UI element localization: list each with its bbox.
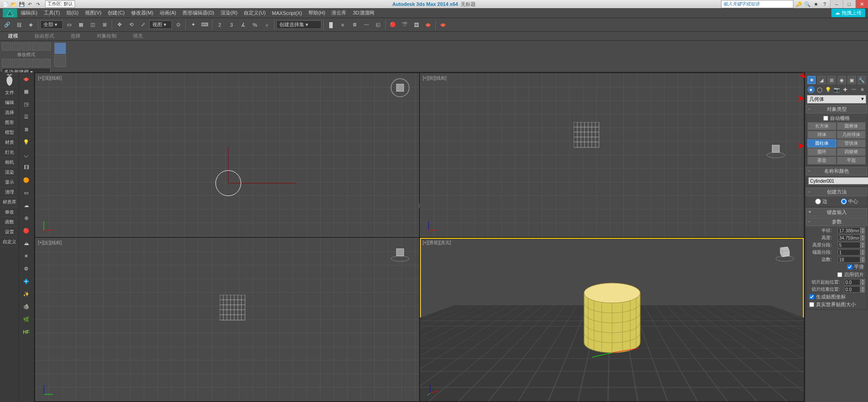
rb2-icon[interactable] xyxy=(12,59,21,67)
pivot-icon[interactable]: ⊙ xyxy=(173,19,184,30)
keys-icon[interactable]: 🔑 xyxy=(795,1,802,7)
menu-group[interactable]: 组(G) xyxy=(64,9,81,17)
slice-on-checkbox[interactable] xyxy=(837,272,842,277)
sides-spin-down[interactable]: ▾ xyxy=(860,260,865,263)
modify-tab-icon[interactable]: ◢ xyxy=(817,76,826,84)
tab-freeform[interactable]: 自由形式 xyxy=(31,32,58,40)
curve-editor-icon[interactable]: 〰 xyxy=(361,19,372,30)
geometry-type-dropdown[interactable]: 几何体▾ xyxy=(807,95,866,104)
keyboard-icon[interactable]: ⌨ xyxy=(199,19,210,30)
rotate-icon[interactable]: ⟲ xyxy=(126,19,137,30)
sun-icon[interactable]: ☀ xyxy=(20,251,33,261)
center-radio[interactable] xyxy=(841,199,847,204)
upload-button[interactable]: ☁ 拖拽上传 xyxy=(831,9,865,17)
center-radio-label[interactable]: 中心 xyxy=(841,198,858,205)
rollout-header-method[interactable]: -创建方法 xyxy=(806,188,867,196)
viewcube-front[interactable] xyxy=(766,139,786,159)
geosphere-button[interactable]: 几何球体 xyxy=(837,131,866,139)
teapot-icon[interactable]: 🫖 xyxy=(438,19,448,30)
ref-coord-dropdown[interactable]: 视图 ▾ xyxy=(149,20,172,29)
align-icon[interactable]: ≡ xyxy=(337,19,348,30)
render-frame-icon[interactable]: 🖼 xyxy=(411,19,422,30)
schematic-icon[interactable]: ◱ xyxy=(373,19,383,30)
group-orange-icon[interactable]: 🟠 xyxy=(20,175,33,185)
tab-modeling[interactable]: 建模 xyxy=(5,32,22,40)
percent-snap-icon[interactable]: % xyxy=(250,19,260,30)
border-sel-icon[interactable] xyxy=(22,43,31,51)
menu-custom[interactable]: 自定义(U) xyxy=(241,9,268,17)
cylinder-object[interactable] xyxy=(578,280,646,358)
tab-populate[interactable]: 填充 xyxy=(129,32,146,40)
sidebar-custom[interactable]: 自定义 xyxy=(0,237,19,247)
move-icon[interactable]: ✥ xyxy=(114,19,125,30)
bulb-icon[interactable]: 💡 xyxy=(20,137,33,147)
render-setup-icon[interactable]: 🎬 xyxy=(399,19,410,30)
sides-input[interactable] xyxy=(838,256,860,263)
create-tab-icon[interactable]: ✹ xyxy=(807,76,816,84)
torus-button[interactable]: 圆环 xyxy=(807,148,836,156)
link-icon[interactable]: 🔗 xyxy=(2,19,13,30)
menu-tools[interactable]: 工具(T) xyxy=(41,9,63,17)
help-search-input[interactable]: 输入关键字或短语 xyxy=(721,0,793,8)
heightsegs-input[interactable] xyxy=(838,242,860,248)
sidebar-display[interactable]: 显示 xyxy=(0,177,19,187)
rb3-icon[interactable] xyxy=(22,59,31,67)
height-spin-down[interactable]: ▾ xyxy=(860,238,865,241)
viewport-top-label[interactable]: [+][顶][线框] xyxy=(38,75,62,81)
hf-icon[interactable]: HF xyxy=(20,326,33,337)
select-name-icon[interactable]: ▦ xyxy=(75,19,86,30)
grid-icon[interactable]: ▦ xyxy=(20,86,33,97)
utilities-tab-icon[interactable]: 🔧 xyxy=(858,76,866,84)
viewport-front-label[interactable]: [+][前][线框] xyxy=(423,75,447,81)
menu-graph[interactable]: 图形编辑器(D) xyxy=(180,9,217,17)
capsegs-spin-down[interactable]: ▾ xyxy=(860,252,865,255)
sidebar-model[interactable]: 模型 xyxy=(0,128,19,137)
object-name-input[interactable] xyxy=(808,177,868,184)
render-icon[interactable]: 🫖 xyxy=(423,19,434,30)
menu-view[interactable]: 视图(V) xyxy=(82,9,104,17)
menu-modifiers[interactable]: 修改器(M) xyxy=(128,9,156,17)
scale-icon[interactable]: ⤢ xyxy=(137,19,148,30)
edge-sel-icon[interactable] xyxy=(12,43,21,51)
viewport-front[interactable]: [+][前][线框] xyxy=(420,73,804,237)
menu-render[interactable]: 渲染(R) xyxy=(218,9,240,17)
rollout-header-objtype[interactable]: -对象类型 xyxy=(806,105,867,114)
tab-objpaint[interactable]: 对象绘制 xyxy=(93,32,120,40)
bind-icon[interactable]: ◈ xyxy=(25,19,36,30)
rollout-header-params[interactable]: -参数 xyxy=(806,218,867,226)
menu-maxscript[interactable]: MAXScript(X) xyxy=(269,9,305,17)
help-icon[interactable]: ? xyxy=(821,1,828,7)
spacewarps-cat-icon[interactable]: 〰 xyxy=(850,86,858,93)
sidebar-camera[interactable]: 相机 xyxy=(0,157,19,167)
new-icon[interactable]: 📄 xyxy=(2,0,9,8)
geometry-cat-icon[interactable]: ● xyxy=(807,86,815,93)
viewport-left[interactable]: [+][左][线框] xyxy=(35,238,419,402)
mirror-icon[interactable]: ▐▌ xyxy=(326,19,336,30)
hierarchy-tab-icon[interactable]: ⊞ xyxy=(827,76,835,84)
viewport-perspective[interactable]: [+][透视][真实] xyxy=(420,238,804,402)
sidebar-material[interactable]: 材质 xyxy=(0,137,19,147)
menu-create[interactable]: 创建(C) xyxy=(105,9,127,17)
teapot-button[interactable]: 茶壶 xyxy=(807,156,836,165)
modeling-tool-icon[interactable] xyxy=(54,43,66,54)
select-region-icon[interactable]: ◫ xyxy=(87,19,98,30)
arc-icon[interactable]: ◡ xyxy=(20,149,33,160)
sphere-button[interactable]: 球体 xyxy=(807,131,836,139)
sidebar-light[interactable]: 灯光 xyxy=(0,147,19,157)
menu-animation[interactable]: 动画(A) xyxy=(157,9,179,17)
sidebar-render[interactable]: 渲染 xyxy=(0,167,19,177)
rollout-header-namecolor[interactable]: -名称和颜色 xyxy=(806,167,867,175)
redo-icon[interactable]: ↷ xyxy=(34,0,42,8)
sidebar-select[interactable]: 选择 xyxy=(0,108,19,118)
height-spin-up[interactable]: ▴ xyxy=(860,235,865,238)
radius-spin-up[interactable]: ▴ xyxy=(860,227,865,231)
capsegs-spin-up[interactable]: ▴ xyxy=(860,249,865,252)
viewport-persp-label[interactable]: [+][透视][真实] xyxy=(423,240,451,246)
box-button[interactable]: 长方体 xyxy=(807,122,836,130)
close-button[interactable]: ✕ xyxy=(855,0,868,8)
minimize-button[interactable]: – xyxy=(830,0,843,8)
sliceto-input[interactable] xyxy=(844,286,860,293)
sidebar-shape[interactable]: 图形 xyxy=(0,118,19,128)
viewcube-top[interactable] xyxy=(390,78,410,98)
sidebar-cleanup[interactable]: 清理 xyxy=(0,187,19,197)
